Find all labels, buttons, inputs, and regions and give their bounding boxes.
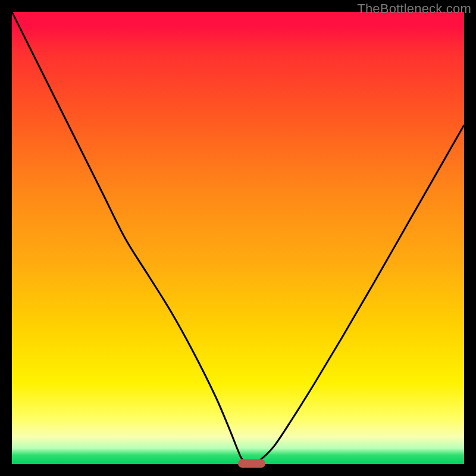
curve-path — [12, 12, 464, 464]
plot-area — [12, 12, 464, 464]
watermark-text: TheBottleneck.com — [357, 1, 471, 17]
bottleneck-curve — [12, 12, 464, 464]
chart-frame: TheBottleneck.com — [0, 0, 476, 476]
optimum-marker — [238, 459, 265, 468]
